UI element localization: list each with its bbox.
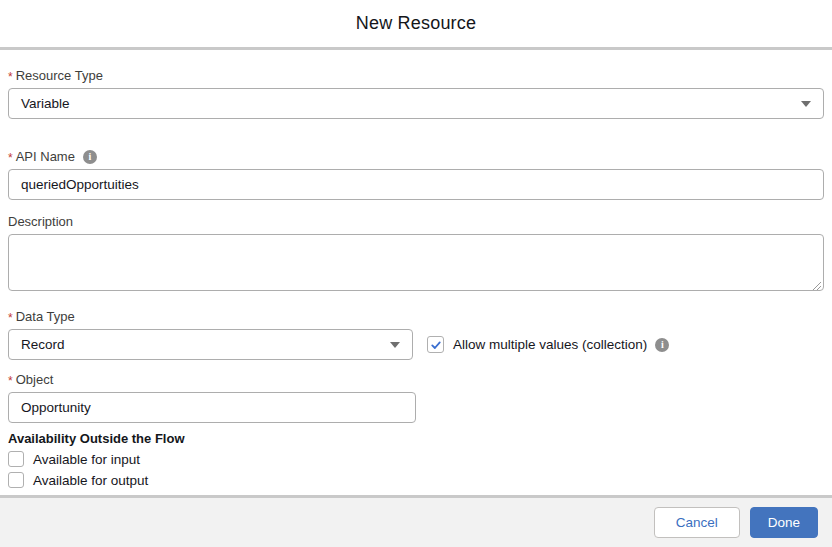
info-icon[interactable]: i <box>83 150 97 164</box>
api-name-label-text: API Name <box>16 149 75 164</box>
description-label: Description <box>8 214 824 229</box>
object-input[interactable] <box>8 392 416 423</box>
available-for-output-label[interactable]: Available for output <box>33 473 148 488</box>
data-type-label-text: Data Type <box>16 309 75 324</box>
checkmark-icon <box>430 339 442 351</box>
modal-footer: Cancel Done <box>0 495 832 547</box>
available-for-input-checkbox[interactable] <box>8 451 24 467</box>
data-type-value: Record <box>21 337 65 352</box>
available-for-input-label[interactable]: Available for input <box>33 452 140 467</box>
resource-type-value: Variable <box>21 96 70 111</box>
allow-multiple-checkbox[interactable] <box>427 336 444 353</box>
description-textarea[interactable] <box>8 234 824 291</box>
api-name-label: * API Name i <box>8 149 824 164</box>
required-asterisk: * <box>8 149 13 164</box>
new-resource-modal: New Resource * Resource Type Variable * … <box>0 0 832 488</box>
modal-body: * Resource Type Variable * API Name i De… <box>0 68 832 488</box>
required-asterisk: * <box>8 309 13 324</box>
available-for-output-checkbox[interactable] <box>8 472 24 488</box>
modal-title: New Resource <box>356 13 476 34</box>
resource-type-label-text: Resource Type <box>16 68 103 83</box>
data-type-select[interactable]: Record <box>8 329 413 360</box>
availability-heading: Availability Outside the Flow <box>8 431 824 446</box>
required-asterisk: * <box>8 372 13 387</box>
object-label-text: Object <box>16 372 54 387</box>
chevron-down-icon <box>801 101 811 107</box>
available-for-input-row: Available for input <box>8 451 824 467</box>
data-type-label: * Data Type <box>8 309 824 324</box>
data-type-row: Record Allow multiple values (collection… <box>8 329 824 360</box>
allow-multiple-label[interactable]: Allow multiple values (collection) <box>453 337 647 352</box>
allow-multiple-row: Allow multiple values (collection) i <box>427 336 669 353</box>
resource-type-select[interactable]: Variable <box>8 88 824 119</box>
api-name-input[interactable] <box>8 169 824 200</box>
description-label-text: Description <box>8 214 73 229</box>
resource-type-label: * Resource Type <box>8 68 824 83</box>
available-for-output-row: Available for output <box>8 472 824 488</box>
chevron-down-icon <box>390 342 400 348</box>
description-field-wrap <box>8 234 824 295</box>
done-button[interactable]: Done <box>750 507 818 538</box>
modal-header: New Resource <box>0 0 832 50</box>
required-asterisk: * <box>8 68 13 83</box>
info-icon[interactable]: i <box>655 338 669 352</box>
object-label: * Object <box>8 372 824 387</box>
cancel-button[interactable]: Cancel <box>654 507 740 538</box>
